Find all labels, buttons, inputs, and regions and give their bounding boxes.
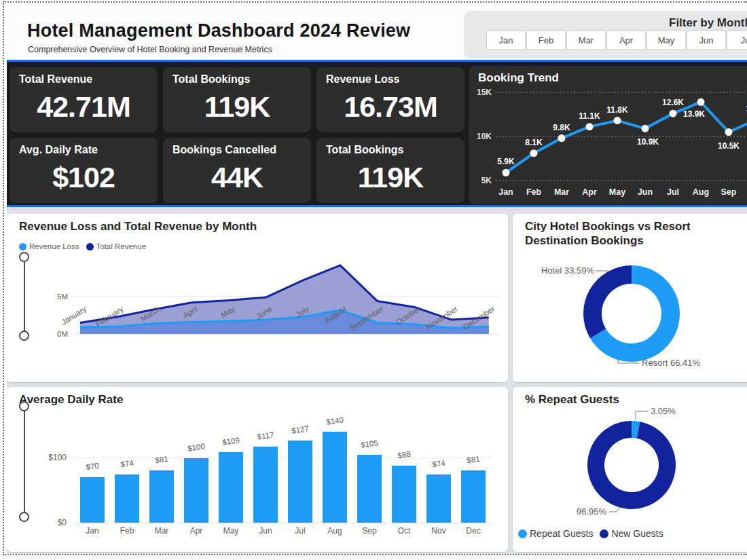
bar-oct[interactable] <box>392 466 416 523</box>
filter-month-jan[interactable]: Jan <box>486 31 526 50</box>
trend-point-feb[interactable] <box>530 149 538 157</box>
legend-item-repeat-guests[interactable]: Repeat Guests <box>518 528 593 539</box>
bar-value-label: $70 <box>75 460 109 473</box>
new-callout-line <box>609 508 620 512</box>
bar-value-label: $100 <box>179 441 213 453</box>
filter-month-mar[interactable]: Mar <box>566 31 606 50</box>
y-tick-5M: 5M <box>57 293 68 301</box>
slider-track <box>24 411 26 512</box>
slider-handle-top[interactable] <box>19 401 29 411</box>
x-tick-apr: Apr <box>183 526 210 536</box>
x-tick-jun: Jun <box>638 187 653 197</box>
bar-nov[interactable] <box>426 474 451 523</box>
filter-month-feb[interactable]: Feb <box>526 31 566 50</box>
booking-trend-chart: 5K10K15K5.9KJan8.1KFeb9.8KMar11.1KApr11.… <box>469 66 747 204</box>
filter-month-may[interactable]: May <box>646 31 686 50</box>
kpi-value: 16.73M <box>316 90 464 124</box>
trend-point-aug[interactable] <box>697 98 705 106</box>
x-tick-jul: Jul <box>287 526 314 536</box>
x-tick-feb: Feb <box>113 526 141 536</box>
kpi-value: $102 <box>10 161 158 194</box>
bar-jan[interactable] <box>80 477 105 523</box>
kpi-value: 119K <box>163 90 311 124</box>
x-tick-aug: Aug <box>321 526 348 536</box>
trend-point-sep[interactable] <box>725 128 733 136</box>
legend-item-new-guests[interactable]: New Guests <box>600 528 663 539</box>
trend-value-label: 8.1K <box>525 138 543 147</box>
trend-value-label: 10.5K <box>718 141 740 151</box>
x-axis-line <box>71 523 491 523</box>
kpi-label: Total Bookings <box>326 144 403 156</box>
kpi-card-total-bookings[interactable]: Total Bookings119K <box>163 67 311 132</box>
bar-mar[interactable] <box>149 470 174 523</box>
bar-jun[interactable] <box>253 447 278 523</box>
x-tick-sep: Sep <box>356 526 383 536</box>
bar-value-label: $109 <box>214 435 247 448</box>
kpi-card-revenue-loss[interactable]: Revenue Loss16.73M <box>316 67 464 132</box>
bar-sep[interactable] <box>357 455 382 523</box>
x-tick-may: May <box>609 187 625 197</box>
trend-point-jan[interactable] <box>503 169 510 176</box>
kpi-card-avg-daily-rate[interactable]: Avg. Daily Rate$102 <box>10 138 158 203</box>
x-tick-jun: Jun <box>252 526 279 536</box>
kpi-value: 44K <box>163 161 311 194</box>
y-axis-zoom-slider <box>19 401 30 523</box>
bar-value-label: $117 <box>249 430 282 443</box>
slice-new-guests[interactable] <box>587 421 676 509</box>
kpi-card-bookings-cancelled[interactable]: Bookings Cancelled44K <box>163 138 311 203</box>
area-chart: 0M5MJanuaryFebruaryMarchAprilMayJuneJuly… <box>7 214 508 382</box>
filter-month-jul[interactable]: Jul <box>727 31 747 50</box>
slice-hotel[interactable] <box>583 265 632 338</box>
trend-point-jun[interactable] <box>642 125 649 132</box>
bar-jul[interactable] <box>288 441 312 523</box>
bar-value-label: $81 <box>456 453 490 466</box>
bar-value-label: $88 <box>387 449 420 462</box>
y-tick-15K: 15K <box>477 88 492 97</box>
x-tick-dec: Dec <box>460 526 487 536</box>
trend-point-mar[interactable] <box>558 134 566 142</box>
trend-value-label: 13.9K <box>683 109 705 119</box>
hotel-callout: Hotel 33.59% <box>522 265 594 276</box>
trend-value-label: 9.8K <box>553 123 570 132</box>
repeat-guests-legend: Repeat Guests New Guests <box>518 528 670 539</box>
repeat-guests-donut <box>513 387 747 552</box>
filter-label: Filter by Month <box>669 16 747 30</box>
repeat-guests-label: Repeat Guests <box>530 528 593 539</box>
x-tick-jul: Jul <box>667 187 679 197</box>
filter-month-apr[interactable]: Apr <box>606 31 646 50</box>
new-pct-callout: 96.95% <box>552 506 606 517</box>
bar-dec[interactable] <box>461 470 486 523</box>
kpi-value: 119K <box>316 161 464 194</box>
trend-point-may[interactable] <box>614 117 621 124</box>
city-vs-resort-card: City Hotel Bookings vs Resort Destinatio… <box>513 214 747 382</box>
trend-value-label: 11.1K <box>579 111 600 121</box>
city-vs-resort-donut <box>513 214 747 382</box>
x-tick-apr: Apr <box>582 187 597 197</box>
bar-may[interactable] <box>219 452 243 523</box>
bar-apr[interactable] <box>184 458 208 523</box>
bar-aug[interactable] <box>323 432 347 523</box>
repeat-guests-dot <box>518 529 527 538</box>
kpi-card-total-revenue[interactable]: Total Revenue42.71M <box>10 67 158 132</box>
bar-value-label: $74 <box>422 458 455 470</box>
new-guests-dot <box>600 529 608 538</box>
trend-point-apr[interactable] <box>586 123 594 130</box>
kpi-card-total-bookings[interactable]: Total Bookings119K <box>316 138 464 203</box>
x-tick-feb: Feb <box>526 187 542 197</box>
month-filter-slicer: Filter by Month JanFebMarAprMayJunJul <box>464 11 747 58</box>
x-tick-sep: Sep <box>721 187 737 197</box>
repeat-pct-callout: 3.05% <box>651 406 676 416</box>
trend-point-jul[interactable] <box>670 110 677 117</box>
new-guests-label: New Guests <box>611 528 663 539</box>
booking-trend-card: Booking Trend 5K10K15K5.9KJan8.1KFeb9.8K… <box>469 66 747 204</box>
x-tick-may: May <box>217 526 244 536</box>
slider-handle-bottom[interactable] <box>19 512 29 522</box>
bar-value-label: $140 <box>318 415 351 428</box>
x-tick-mar: Mar <box>148 526 175 536</box>
kpi-grid: Total Revenue42.71MTotal Bookings119KRev… <box>10 67 464 203</box>
y-tick-100: $100 <box>41 453 67 462</box>
filter-month-jun[interactable]: Jun <box>687 31 726 50</box>
y-tick-0: $0 <box>41 518 67 527</box>
avg-daily-rate-card: Average Daily Rate $100 $0 $70Jan$74Feb$… <box>7 387 508 552</box>
bar-feb[interactable] <box>115 474 139 523</box>
